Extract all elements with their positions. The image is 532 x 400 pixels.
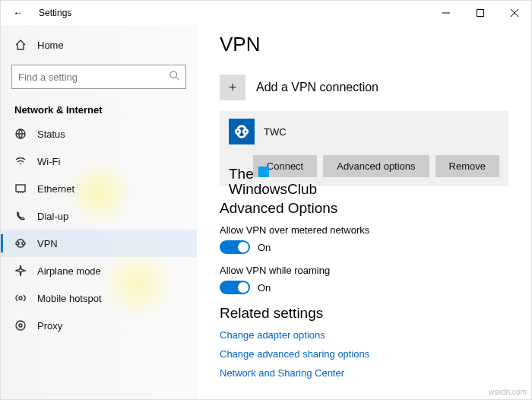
globe-icon [14, 128, 27, 140]
nav-label: Ethernet [37, 183, 74, 195]
back-button[interactable]: ← [7, 2, 30, 24]
svg-point-4 [170, 71, 177, 78]
connect-button[interactable]: Connect [253, 155, 317, 177]
svg-point-8 [16, 242, 19, 245]
nav-label: Airplane mode [37, 265, 101, 277]
svg-point-11 [16, 321, 25, 330]
nav-airplane[interactable]: Airplane mode [1, 257, 197, 284]
svg-point-10 [19, 297, 22, 300]
main-content: VPN + Add a VPN connection TWC Connect A… [197, 25, 531, 399]
svg-rect-1 [477, 10, 483, 17]
nav-ethernet[interactable]: Ethernet [1, 175, 197, 202]
nav-label: Status [37, 129, 65, 140]
maximize-button[interactable] [463, 1, 497, 25]
wifi-icon [14, 155, 27, 167]
svg-point-9 [22, 242, 25, 245]
metered-toggle[interactable] [220, 240, 250, 254]
plus-icon: + [220, 75, 245, 100]
link-adapter-options[interactable]: Change adapter options [220, 329, 508, 341]
dialup-icon [14, 210, 27, 222]
search-input[interactable] [18, 71, 169, 83]
close-button[interactable] [497, 1, 531, 25]
minimize-icon [442, 9, 450, 17]
page-title: VPN [220, 33, 508, 56]
link-sharing-options[interactable]: Change advanced sharing options [220, 348, 508, 360]
maximize-icon [477, 9, 484, 17]
link-network-center[interactable]: Network and Sharing Center [220, 367, 508, 379]
svg-point-14 [243, 129, 248, 134]
add-vpn-row[interactable]: + Add a VPN connection [220, 70, 508, 111]
roaming-state: On [258, 282, 271, 294]
ethernet-icon [14, 183, 27, 195]
hotspot-icon [14, 292, 27, 304]
svg-point-12 [19, 324, 22, 327]
vpn-connection-name: TWC [264, 126, 287, 138]
roaming-toggle[interactable] [220, 281, 250, 294]
roaming-label: Allow VPN while roaming [220, 265, 508, 276]
close-icon [511, 9, 518, 17]
remove-button[interactable]: Remove [435, 155, 499, 177]
advanced-options-heading: Advanced Options [220, 200, 508, 217]
minimize-button[interactable] [429, 1, 463, 25]
nav-label: VPN [37, 238, 58, 249]
nav-home-label: Home [37, 40, 64, 51]
sidebar: Home Network & Internet Status Wi-Fi Eth… [1, 25, 197, 399]
sidebar-section-title: Network & Internet [1, 95, 197, 120]
nav-label: Mobile hotspot [37, 293, 102, 304]
advanced-options-button[interactable]: Advanced options [323, 155, 429, 177]
nav-proxy[interactable]: Proxy [1, 312, 197, 339]
svg-point-13 [236, 129, 240, 134]
nav-home[interactable]: Home [1, 31, 197, 59]
add-vpn-label: Add a VPN connection [256, 81, 378, 94]
nav-dialup[interactable]: Dial-up [1, 202, 197, 230]
nav-label: Proxy [37, 320, 62, 332]
vpn-icon [14, 237, 27, 249]
nav-vpn[interactable]: VPN [1, 230, 197, 257]
search-box[interactable] [11, 65, 186, 89]
proxy-icon [14, 319, 27, 332]
nav-status[interactable]: Status [1, 120, 197, 148]
metered-state: On [258, 242, 271, 253]
vpn-connection-icon [229, 119, 255, 144]
related-settings-heading: Related settings [220, 305, 508, 322]
nav-label: Dial-up [37, 211, 68, 222]
window-title: Settings [39, 8, 71, 18]
nav-label: Wi-Fi [37, 156, 60, 167]
airplane-icon [14, 265, 27, 277]
site-reference: wsxdn.com [489, 388, 527, 396]
svg-line-5 [176, 78, 179, 81]
vpn-connection-card[interactable]: TWC Connect Advanced options Remove [220, 111, 508, 186]
svg-rect-7 [16, 185, 25, 192]
nav-hotspot[interactable]: Mobile hotspot [1, 284, 197, 312]
metered-label: Allow VPN over metered networks [220, 224, 508, 236]
search-icon [169, 70, 179, 84]
titlebar: ← Settings [1, 1, 531, 25]
nav-wifi[interactable]: Wi-Fi [1, 148, 197, 175]
home-icon [14, 39, 27, 51]
